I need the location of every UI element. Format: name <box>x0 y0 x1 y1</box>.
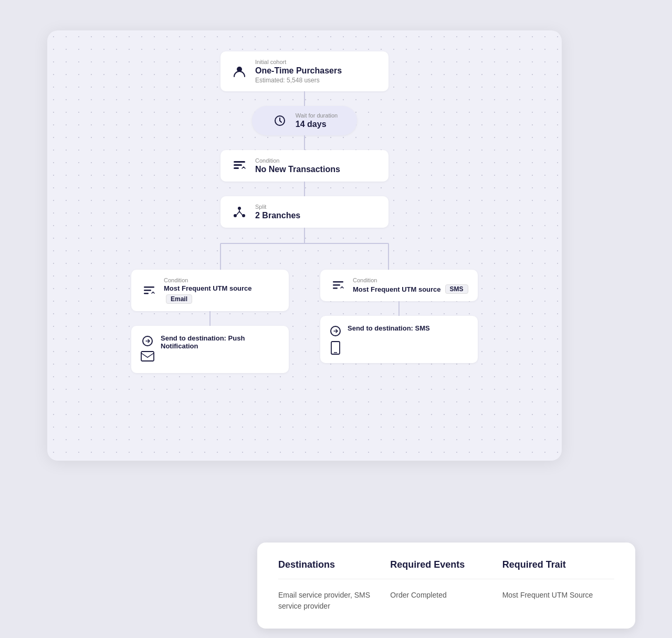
flow-center: Initial cohort One-Time Purchasers Estim… <box>79 51 530 373</box>
connector-3 <box>304 182 305 196</box>
left-condition-badge: Email <box>166 294 192 304</box>
wait-step[interactable]: Wait for duration 14 days <box>252 106 357 135</box>
destinations-header: Destinations <box>278 559 390 570</box>
split-content: Split 2 Branches <box>255 204 300 220</box>
right-dest-icon-area <box>330 324 341 355</box>
svg-rect-13 <box>144 290 151 291</box>
left-connector <box>209 311 211 326</box>
svg-rect-14 <box>144 293 149 294</box>
svg-rect-16 <box>141 352 154 361</box>
left-condition-label: Condition <box>164 277 279 283</box>
branch-container: Condition Most Frequent UTM source Email <box>79 228 530 373</box>
phone-icon <box>331 341 340 355</box>
connector-2 <box>304 135 305 150</box>
svg-point-7 <box>242 214 245 217</box>
right-condition-badge: SMS <box>445 284 468 294</box>
condition-step[interactable]: Condition No New Transactions <box>220 150 388 182</box>
condition-icon <box>231 157 248 174</box>
branch-split-svg <box>147 228 462 270</box>
info-card: Destinations Required Events Required Tr… <box>257 543 635 629</box>
condition-content: Condition No New Transactions <box>255 157 340 174</box>
wait-content: Wait for duration 14 days <box>296 112 338 129</box>
clock-icon <box>271 112 288 129</box>
right-condition-step[interactable]: Condition Most Frequent UTM source SMS <box>320 270 478 301</box>
left-condition-step[interactable]: Condition Most Frequent UTM source Email <box>131 270 289 311</box>
required-events-value: Order Completed <box>390 590 502 612</box>
envelope-icon <box>141 351 154 361</box>
split-title: 2 Branches <box>255 211 300 220</box>
connector-1 <box>304 91 305 106</box>
split-step[interactable]: Split 2 Branches <box>220 196 388 228</box>
left-branch: Condition Most Frequent UTM source Email <box>131 270 289 373</box>
left-condition-content: Condition Most Frequent UTM source Email <box>164 277 279 304</box>
info-data-row: Email service provider, SMS service prov… <box>278 590 614 612</box>
initial-cohort-subtitle: Estimated: 5,548 users <box>255 77 342 84</box>
right-condition-content: Condition Most Frequent UTM source SMS <box>353 277 468 294</box>
svg-rect-17 <box>333 281 343 283</box>
left-dest-content: Send to destination: Push Notification <box>161 334 279 350</box>
condition-title: No New Transactions <box>255 165 340 174</box>
svg-rect-2 <box>234 161 245 163</box>
right-destination-step[interactable]: Send to destination: SMS <box>320 316 478 363</box>
right-branch: Condition Most Frequent UTM source SMS <box>320 270 478 373</box>
wait-title: 14 days <box>296 120 338 129</box>
right-condition-icon <box>330 277 346 294</box>
required-trait-value: Most Frequent UTM Source <box>502 590 614 612</box>
svg-rect-19 <box>333 288 338 289</box>
initial-cohort-label: Initial cohort <box>255 59 342 65</box>
svg-rect-12 <box>144 286 154 288</box>
initial-cohort-step[interactable]: Initial cohort One-Time Purchasers Estim… <box>220 51 388 91</box>
svg-point-6 <box>234 214 237 217</box>
wait-label: Wait for duration <box>296 112 338 119</box>
svg-point-5 <box>238 207 241 210</box>
branches-row: Condition Most Frequent UTM source Email <box>79 270 530 373</box>
left-destination-step[interactable]: Send to destination: Push Notification <box>131 326 289 373</box>
left-condition-title: Most Frequent UTM source <box>164 284 252 292</box>
left-dest-icon-area <box>141 334 154 361</box>
right-condition-label: Condition <box>353 277 468 283</box>
right-dest-content: Send to destination: SMS <box>348 324 430 332</box>
condition-label: Condition <box>255 157 340 164</box>
svg-rect-3 <box>234 164 242 166</box>
right-condition-title: Most Frequent UTM source <box>353 285 441 293</box>
right-arrow-circle-icon <box>330 325 341 337</box>
arrow-circle-icon <box>142 335 153 347</box>
svg-rect-18 <box>333 284 340 286</box>
flow-card: Initial cohort One-Time Purchasers Estim… <box>47 30 562 461</box>
initial-cohort-content: Initial cohort One-Time Purchasers Estim… <box>255 59 342 84</box>
info-header-row: Destinations Required Events Required Tr… <box>278 559 614 579</box>
required-trait-header: Required Trait <box>502 559 614 570</box>
left-condition-icon <box>141 282 158 299</box>
left-dest-title: Send to destination: Push Notification <box>161 334 279 350</box>
destinations-value: Email service provider, SMS service prov… <box>278 590 390 612</box>
initial-cohort-title: One-Time Purchasers <box>255 66 342 76</box>
required-events-header: Required Events <box>390 559 502 570</box>
right-connector <box>398 301 400 316</box>
svg-rect-4 <box>234 167 239 169</box>
outer-wrapper: Initial cohort One-Time Purchasers Estim… <box>47 30 625 608</box>
split-icon <box>231 204 248 220</box>
cohort-icon <box>231 63 248 80</box>
right-dest-title: Send to destination: SMS <box>348 324 430 332</box>
split-label: Split <box>255 204 300 210</box>
